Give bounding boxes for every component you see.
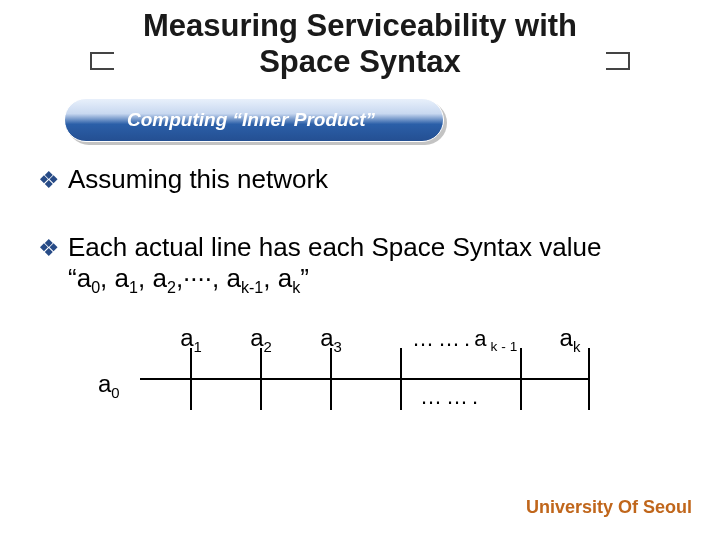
diamond-bullet-icon: ❖ [38,232,60,263]
seq-open: “a [68,263,91,293]
subtitle-text: Computing “Inner Product” [65,109,375,131]
bullet-2-line1: Each actual line has each Space Syntax v… [68,232,601,262]
footer-affiliation: University Of Seoul [526,497,692,518]
diagram-vert-1 [190,348,192,410]
seq-sep1: , a [100,263,129,293]
diagram-horizontal-line [140,378,590,380]
diagram-vert-3 [330,348,332,410]
diagram-a0-label: a0 [98,370,120,401]
network-diagram: a0 a1 a2 a3 …….ak-1 ……. ak [120,330,590,430]
diamond-bullet-icon: ❖ [38,164,60,195]
l4s: k-1 [490,339,521,354]
seq-close: ” [300,263,309,293]
l5s: k [573,339,580,355]
bullet-2-text: Each actual line has each Space Syntax v… [68,232,601,298]
subtitle-pill: Computing “Inner Product” [64,98,444,142]
l2b: a [250,324,263,351]
a0-base: a [98,370,111,397]
dots-top-txt: ……. [412,326,474,351]
diagram-vert-4 [400,348,402,410]
l5b: a [560,324,573,351]
l2s: 2 [264,339,272,355]
bullet-1-text: Assuming this network [68,164,328,195]
diagram-label-ak: ak [560,324,581,355]
bullet-2-line2: “a0, a1, a2,····, ak-1, ak” [68,263,309,293]
l3s: 3 [334,339,342,355]
diagram-label-a1: a1 [180,324,202,355]
title-area: Measuring Serviceability with Space Synt… [0,8,720,79]
seq-sep3: , a [263,263,292,293]
sub-2: 2 [167,278,176,296]
bullet-2: ❖ Each actual line has each Space Syntax… [38,232,678,298]
diagram-vert-2 [260,348,262,410]
l1s: 1 [194,339,202,355]
diagram-vert-5 [520,348,522,410]
bracket-left-ornament [90,52,114,70]
l1b: a [180,324,193,351]
bullet-1: ❖ Assuming this network [38,164,678,195]
sub-0: 0 [91,278,100,296]
slide-title: Measuring Serviceability with Space Synt… [131,8,589,79]
bracket-right-ornament [606,52,630,70]
sub-1: 1 [129,278,138,296]
l4b: a [474,326,490,351]
seq-sep2: , a [138,263,167,293]
pill-body: Computing “Inner Product” [64,98,444,142]
title-line-1: Measuring Serviceability with [143,8,577,43]
a0-sub: 0 [111,385,119,401]
l3b: a [320,324,333,351]
diagram-label-a2: a2 [250,324,272,355]
diagram-label-akm1: ak-1 [474,326,521,351]
diagram-dots-bottom: ……. [420,384,482,410]
diagram-vert-6 [588,348,590,410]
diagram-label-a3: a3 [320,324,342,355]
slide: Measuring Serviceability with Space Synt… [0,0,720,540]
seq-dots: ,····, a [176,263,241,293]
diagram-dots-top: …….ak-1 [412,326,521,354]
sub-km1: k-1 [241,278,263,296]
title-line-2: Space Syntax [259,44,461,79]
